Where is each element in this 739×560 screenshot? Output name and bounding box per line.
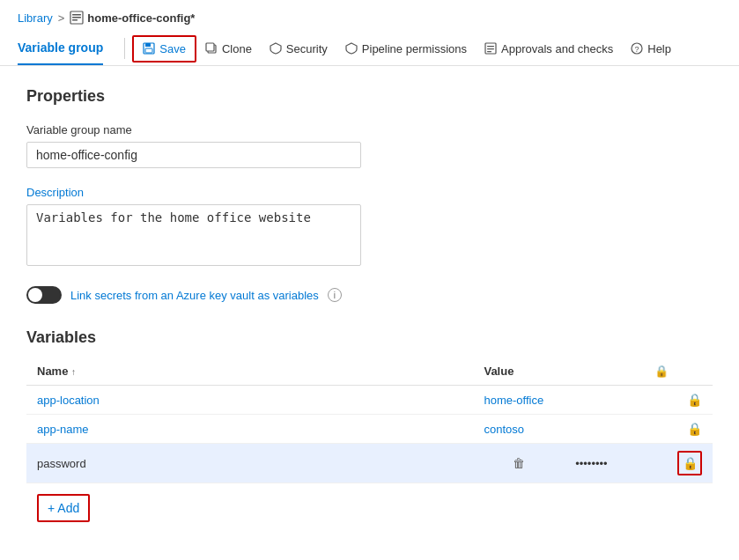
svg-rect-10 xyxy=(487,46,494,47)
variable-group-name-input[interactable] xyxy=(26,142,361,168)
svg-rect-3 xyxy=(72,19,78,21)
var-value-cell: contoso xyxy=(473,415,565,444)
var-value-masked-cell: •••••••• xyxy=(565,444,644,483)
svg-rect-8 xyxy=(206,43,214,51)
description-input[interactable]: Variables for the home office website xyxy=(26,204,361,266)
var-value-cell: home-office xyxy=(473,386,565,415)
table-row: app-location home-office 🔒 xyxy=(26,386,713,415)
info-icon[interactable]: i xyxy=(328,288,342,302)
svg-rect-1 xyxy=(72,14,81,16)
var-name-cell: app-location xyxy=(26,386,473,415)
key-vault-toggle[interactable] xyxy=(26,286,62,304)
help-icon: ? xyxy=(631,42,643,55)
svg-rect-6 xyxy=(145,48,152,53)
toolbar: Variable group Save Clone Security xyxy=(0,32,739,66)
var-lock-cell: 🔒 xyxy=(644,415,713,444)
lock-bordered-icon[interactable]: 🔒 xyxy=(677,451,702,475)
table-row: app-name contoso 🔒 xyxy=(26,415,713,444)
lock-header-icon: 🔒 xyxy=(654,365,669,378)
column-header-value: Value xyxy=(473,357,565,386)
breadcrumb-separator: > xyxy=(58,11,65,25)
approvals-icon xyxy=(484,42,497,55)
save-icon xyxy=(143,42,155,55)
description-label: Description xyxy=(26,186,713,199)
var-actions-cell xyxy=(565,415,644,444)
var-actions-cell xyxy=(565,386,644,415)
variable-group-name-label: Variable group name xyxy=(26,123,713,136)
var-delete-cell: 🗑 xyxy=(473,444,565,483)
description-field: Description Variables for the home offic… xyxy=(26,186,713,269)
breadcrumb-current: home-office-config* xyxy=(87,11,195,25)
svg-rect-5 xyxy=(145,43,151,47)
clone-icon xyxy=(205,42,218,55)
variables-section: Variables Name ↑ Value 🔒 a xyxy=(26,328,713,522)
save-button[interactable]: Save xyxy=(132,35,196,63)
toolbar-divider xyxy=(124,38,125,59)
help-button[interactable]: ? Help xyxy=(622,37,680,61)
lock-icon[interactable]: 🔒 xyxy=(687,393,702,407)
add-button-container: + Add xyxy=(26,494,713,522)
table-row: password 🗑 •••••••• 🔒 xyxy=(26,444,713,483)
variable-group-name-field: Variable group name xyxy=(26,123,713,168)
breadcrumb: Library > home-office-config* xyxy=(0,0,739,32)
properties-title: Properties xyxy=(26,87,713,106)
variable-group-icon xyxy=(70,11,84,25)
column-header-actions xyxy=(565,357,644,386)
approvals-button[interactable]: Approvals and checks xyxy=(476,37,622,61)
lock-icon[interactable]: 🔒 xyxy=(687,422,702,436)
key-vault-toggle-label: Link secrets from an Azure key vault as … xyxy=(70,289,319,302)
pipeline-permissions-button[interactable]: Pipeline permissions xyxy=(336,37,476,61)
properties-section: Properties Variable group name Descripti… xyxy=(26,87,713,304)
add-button[interactable]: + Add xyxy=(37,494,90,522)
variables-table: Name ↑ Value 🔒 app-location home-office xyxy=(26,357,713,483)
var-name-cell: app-name xyxy=(26,415,473,444)
sort-arrow-icon: ↑ xyxy=(71,367,76,377)
key-vault-toggle-row: Link secrets from an Azure key vault as … xyxy=(26,286,713,304)
var-lock-cell: 🔒 xyxy=(644,386,713,415)
variables-title: Variables xyxy=(26,328,713,347)
svg-rect-12 xyxy=(487,51,491,52)
content-area: Properties Variable group name Descripti… xyxy=(0,66,739,543)
svg-rect-11 xyxy=(487,48,494,49)
var-lock-bordered-cell: 🔒 xyxy=(644,444,713,483)
breadcrumb-library[interactable]: Library xyxy=(18,11,53,25)
shield-icon xyxy=(270,42,282,55)
column-header-lock: 🔒 xyxy=(644,357,713,386)
svg-text:?: ? xyxy=(635,45,639,54)
clone-button[interactable]: Clone xyxy=(196,37,261,61)
svg-rect-2 xyxy=(72,17,81,18)
security-button[interactable]: Security xyxy=(261,37,336,61)
column-header-name: Name ↑ xyxy=(26,357,473,386)
pipeline-icon xyxy=(345,42,358,55)
tab-variable-group[interactable]: Variable group xyxy=(18,32,103,65)
var-name-cell: password xyxy=(26,444,473,483)
toggle-knob xyxy=(28,288,42,302)
delete-icon[interactable]: 🗑 xyxy=(513,456,525,470)
